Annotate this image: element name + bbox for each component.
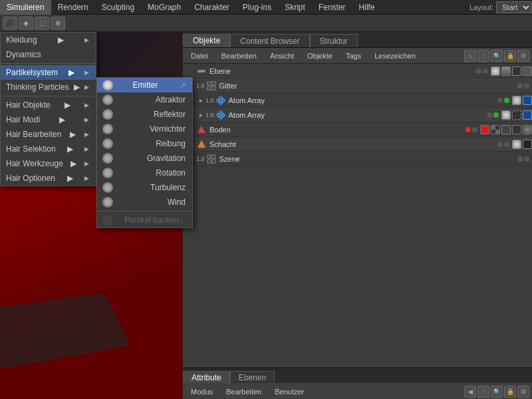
rt-up-icon[interactable]: ↑ bbox=[477, 50, 489, 62]
rt-search-icon[interactable]: 🔍 bbox=[491, 50, 503, 62]
dot1-szene[interactable] bbox=[517, 156, 523, 162]
dot1-atom1[interactable] bbox=[497, 98, 503, 103]
menu-fenster[interactable]: Fenster bbox=[312, 0, 352, 15]
attr-tab-attribute[interactable]: Attribute bbox=[183, 371, 230, 383]
rt-datei[interactable]: Datei bbox=[186, 51, 213, 61]
attr-bearbeiten[interactable]: Bearbeiten bbox=[221, 386, 267, 397]
menu-skript[interactable]: Skript bbox=[278, 0, 312, 15]
mat2-boden[interactable] bbox=[491, 125, 500, 134]
mat2-schacht[interactable] bbox=[523, 140, 532, 149]
toolbar-btn-3[interactable]: ⬚ bbox=[35, 17, 49, 30]
dot2-atom1[interactable] bbox=[504, 98, 509, 103]
menubar: Simulieren Rendern Sculpting MoGraph Cha… bbox=[0, 0, 532, 15]
menu-mograph[interactable]: MoGraph bbox=[141, 0, 188, 15]
menu-charakter[interactable]: Charakter bbox=[188, 0, 236, 15]
rt-lesezeichen[interactable]: Lesezeichen bbox=[369, 51, 421, 61]
menu-rotation[interactable]: Rotation bbox=[97, 166, 192, 180]
obj-row-atom2[interactable]: ▸ 1.0 Atom Array bbox=[183, 108, 532, 122]
mat2-atom1[interactable] bbox=[523, 96, 532, 105]
dot1-boden[interactable] bbox=[466, 127, 471, 132]
obj-row-ebene[interactable]: Ebene bbox=[183, 64, 532, 78]
menu-simulieren[interactable]: Simulieren bbox=[0, 0, 51, 15]
toolbar-btn-4[interactable]: ⊕ bbox=[51, 17, 65, 30]
attr-search2-icon[interactable]: 🔍 bbox=[491, 386, 503, 398]
rt-home-icon[interactable]: ⌂ bbox=[464, 50, 476, 62]
menu-hair-modi[interactable]: Hair Modi▶ bbox=[1, 112, 96, 127]
toolbar-btn-1[interactable]: ⬛ bbox=[3, 17, 17, 30]
rt-settings-icon[interactable]: ⚙ bbox=[517, 50, 529, 62]
mat1-schacht[interactable] bbox=[512, 140, 521, 149]
rt-ansicht[interactable]: Ansicht bbox=[265, 51, 299, 61]
menu-thinking-particles[interactable]: Thinking Particles▶ bbox=[1, 80, 96, 94]
menu-hilfe[interactable]: Hilfe bbox=[352, 0, 382, 15]
attr-tab-ebenen[interactable]: Ebenen bbox=[230, 371, 275, 383]
mat3-atom2[interactable] bbox=[523, 110, 532, 120]
dot1-gitter[interactable] bbox=[517, 83, 523, 88]
dot2-szene[interactable] bbox=[524, 156, 529, 162]
obj-row-gitter[interactable]: ▸ 1.0 Gitter bbox=[183, 78, 532, 93]
attr-lock2-icon[interactable]: 🔒 bbox=[504, 386, 516, 398]
dot2-gitter[interactable] bbox=[524, 83, 529, 88]
dot2-schacht[interactable] bbox=[504, 142, 509, 147]
attr-modus[interactable]: Modus bbox=[186, 386, 218, 397]
mat5-boden[interactable] bbox=[523, 125, 532, 134]
attr-benutzer[interactable]: Benutzer bbox=[269, 386, 309, 397]
obj-row-szene[interactable]: ▸ 1.0 Szene bbox=[183, 152, 532, 166]
menu-hair-objekte[interactable]: Hair Objekte▶ bbox=[1, 98, 96, 112]
mat3-ebene[interactable] bbox=[512, 66, 521, 76]
menu-emitter[interactable]: Emitter ↗ bbox=[97, 78, 192, 92]
menu-hair-bearbeiten[interactable]: Hair Bearbeiten▶ bbox=[1, 127, 96, 142]
mat2-atom2[interactable] bbox=[512, 110, 521, 120]
menu-kleidung[interactable]: Kleidung▶ bbox=[1, 33, 96, 47]
mat1-atom2[interactable] bbox=[501, 110, 511, 120]
attr-back-icon[interactable]: ◀ bbox=[464, 386, 476, 398]
mat1-boden[interactable] bbox=[480, 125, 489, 134]
mats-schacht bbox=[512, 140, 532, 149]
menu-hair-optionen[interactable]: Hair Optionen▶ bbox=[1, 171, 96, 186]
tab-content-browser[interactable]: Content Browser bbox=[230, 34, 309, 47]
menu-reibung[interactable]: Reibung bbox=[97, 136, 192, 151]
menu-wind[interactable]: Wind bbox=[97, 195, 192, 209]
dot2-atom2[interactable] bbox=[493, 112, 499, 118]
menu-sculpting[interactable]: Sculpting bbox=[95, 0, 141, 15]
dot1-schacht[interactable] bbox=[497, 142, 503, 147]
svg-rect-0 bbox=[198, 70, 205, 72]
obj-row-boden[interactable]: Boden bbox=[183, 122, 532, 137]
layout-select[interactable]: Start bbox=[496, 1, 532, 13]
obj-row-schacht[interactable]: Schacht bbox=[183, 137, 532, 152]
menu-attraktor[interactable]: Attraktor bbox=[97, 92, 192, 107]
menu-hair-werkzeuge[interactable]: Hair Werkzeuge▶ bbox=[1, 156, 96, 171]
menu-dynamics[interactable]: Dynamics bbox=[1, 47, 96, 62]
attr-settings2-icon[interactable]: ⚙ bbox=[517, 386, 529, 398]
menu-reflektor[interactable]: Reflektor bbox=[97, 107, 192, 122]
mat1-ebene[interactable] bbox=[491, 66, 500, 76]
dot1-ebene[interactable] bbox=[476, 68, 481, 74]
rt-bearbeiten[interactable]: Bearbeiten bbox=[216, 51, 262, 61]
mat2-ebene[interactable] bbox=[501, 66, 511, 76]
tab-struktur[interactable]: Struktur bbox=[310, 34, 358, 47]
mat4-boden[interactable] bbox=[512, 125, 521, 134]
expand-atom2[interactable]: ▸ bbox=[196, 110, 205, 120]
menu-partikel-backen[interactable]: Partikel backen... bbox=[97, 213, 192, 227]
expand-atom1[interactable]: ▸ bbox=[196, 96, 205, 105]
menu-vernichter[interactable]: Vernichter bbox=[97, 122, 192, 136]
tab-objekte[interactable]: Objekte bbox=[183, 34, 230, 47]
menu-turbulenz[interactable]: Turbulenz bbox=[97, 180, 192, 195]
mat1-atom1[interactable] bbox=[512, 96, 521, 105]
menu-partikelsystem[interactable]: Partikelsystem▶ bbox=[1, 65, 96, 80]
rt-tags[interactable]: Tags bbox=[340, 51, 366, 61]
dot1-atom2[interactable] bbox=[487, 112, 492, 118]
mat3-boden[interactable] bbox=[501, 125, 511, 134]
rt-objekte[interactable]: Objekte bbox=[302, 51, 338, 61]
dot2-ebene[interactable] bbox=[483, 68, 488, 74]
mat4-ebene[interactable] bbox=[523, 66, 532, 76]
menu-hair-selektion[interactable]: Hair Selektion▶ bbox=[1, 142, 96, 156]
rt-lock-icon[interactable]: 🔒 bbox=[504, 50, 516, 62]
toolbar-btn-2[interactable]: ◈ bbox=[19, 17, 33, 30]
obj-row-atom1[interactable]: ▸ 1.0 Atom Array bbox=[183, 93, 532, 108]
dot2-boden[interactable] bbox=[472, 127, 477, 132]
menu-gravitation[interactable]: Gravitation bbox=[97, 151, 192, 166]
menu-plugins[interactable]: Plug-ins bbox=[236, 0, 278, 15]
menu-rendern[interactable]: Rendern bbox=[51, 0, 95, 15]
attr-up-icon[interactable]: ↑ bbox=[477, 386, 489, 398]
